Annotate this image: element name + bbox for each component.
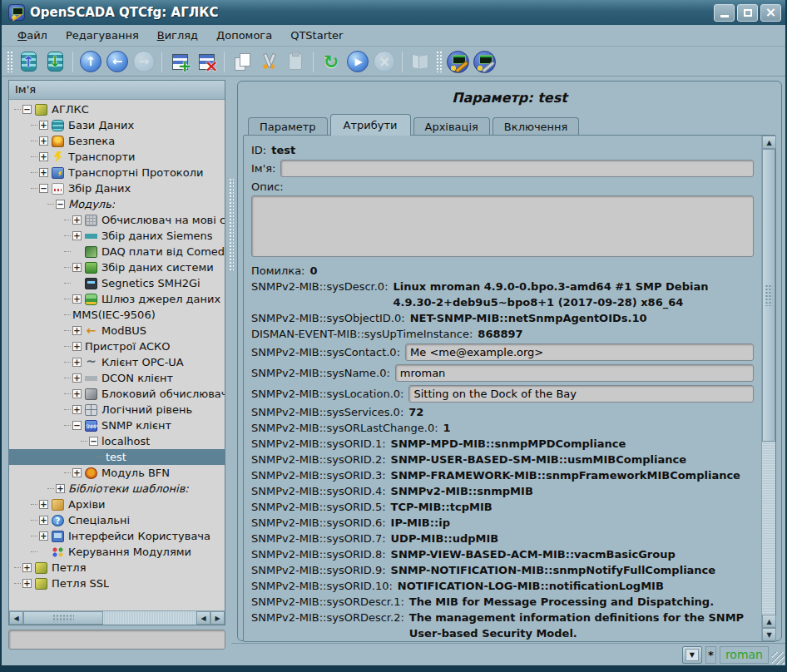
start-button[interactable] [344,49,371,75]
scrollbar-trough[interactable] [103,611,196,625]
tree-item-javalikecalc[interactable]: +Обчислювач на мові сх [9,212,225,228]
tree-item-transports[interactable]: +Транспорти [9,149,225,165]
tree-item-mms[interactable]: +Шлюз джерел даних [9,291,225,307]
scroll-up-button-2[interactable]: ▲ [762,615,776,628]
scroll-right-button[interactable]: ▶ [210,611,225,625]
expand-icon[interactable]: + [72,389,82,398]
content-vertical-scrollbar[interactable]: ▲ ▲ ▼ [761,136,775,641]
expand-icon[interactable]: + [39,531,48,541]
tree-filter-input[interactable] [8,630,225,650]
tree-header[interactable]: Ім'я [9,81,225,100]
tab-archiving[interactable]: Архівація [413,117,490,136]
menu-item-edit[interactable]: Редагування [57,27,148,44]
expand-icon[interactable]: + [39,121,48,130]
current-user-badge[interactable]: roman [720,646,769,664]
tree-item-bfn[interactable]: +Модуль BFN [9,465,225,481]
tab-enable[interactable]: Включення [492,117,580,136]
tree-item-snmp[interactable]: −SNMP клієнт [9,418,225,433]
collapse-icon[interactable]: − [22,105,32,114]
tree-item-module-group[interactable]: −Модуль: [9,196,225,212]
tree-item-special[interactable]: +Спеціальні [9,512,225,528]
attr-input[interactable] [405,343,754,361]
tree-item-security[interactable]: +Безпека [9,133,225,149]
close-button[interactable]: × [760,4,781,22]
expand-icon[interactable]: + [72,373,82,383]
qtstarter-config-button[interactable] [471,49,497,75]
toolbar-handle[interactable] [436,51,442,72]
tree-item-mms-cont[interactable]: MMS(IEC-9506) [9,307,225,323]
scroll-down-button[interactable]: ▼ [762,628,776,641]
collapse-icon[interactable]: − [39,184,48,193]
load-button[interactable] [15,49,42,75]
expand-icon[interactable]: + [39,168,48,177]
tree-item-test[interactable]: test [9,449,225,465]
scroll-left-button[interactable]: ◀ [9,611,23,625]
delete-item-button[interactable] [193,49,220,75]
tree-item-siemens[interactable]: +Збір даних Siemens [9,228,225,244]
menu-item-file[interactable]: Файл [8,27,57,44]
up-button[interactable] [77,49,104,75]
menu-item-help[interactable]: Допомога [207,27,281,44]
scrollbar-thumb[interactable] [762,149,775,442]
expand-icon[interactable]: + [39,516,48,525]
expand-icon[interactable]: + [72,231,82,240]
tree-item-aglks[interactable]: −АГЛКС [9,101,225,117]
save-button[interactable] [42,49,68,75]
collapse-icon[interactable]: − [72,421,82,430]
collapse-icon[interactable]: − [89,437,98,446]
expand-icon[interactable]: + [22,563,32,572]
expand-icon[interactable]: + [72,326,82,335]
expand-icon[interactable]: + [72,215,82,225]
tree-item-ui[interactable]: +Інтерфейси Користувача [9,528,225,544]
tree-item-tmplibs[interactable]: +Бібліотеки шаблонів: [9,481,225,497]
description-textarea[interactable] [251,195,754,257]
expand-icon[interactable]: + [56,484,65,493]
tree-horizontal-scrollbar[interactable]: ◀ ◀ ▶ [9,610,225,625]
tree-item-blockcalc[interactable]: +Блоковий обчислювач [9,386,225,402]
add-item-button[interactable] [166,49,193,75]
tree-item-localhost[interactable]: −localhost [9,433,225,449]
back-button[interactable] [104,49,131,75]
expand-icon[interactable]: + [72,263,82,272]
tree-item-asko[interactable]: +Пристрої АСКО [9,338,225,354]
maximize-button[interactable] [737,4,758,22]
copy-button[interactable] [229,49,255,75]
refresh-button[interactable] [318,49,344,75]
name-input[interactable] [280,160,754,177]
tree-item-loop[interactable]: +Петля [9,560,225,576]
expand-icon[interactable]: + [72,358,82,367]
tree-item-smh2gi[interactable]: Segnetics SMH2Gi [9,275,225,291]
qtstarter-openscada-button[interactable] [444,49,471,75]
menu-item-qtstarter[interactable]: QTStarter [281,27,352,44]
minimize-button[interactable] [714,4,735,22]
collapse-icon[interactable]: − [56,200,65,209]
tree-item-dcon[interactable]: +DCON клієнт [9,370,225,386]
expand-icon[interactable]: + [39,500,48,509]
tree-item-opcua[interactable]: +Клієнт OPC-UA [9,354,225,370]
user-dropdown-button[interactable]: ▼ [682,646,702,664]
attr-input[interactable] [408,385,754,403]
expand-icon[interactable]: + [39,136,48,146]
tree-item-databases[interactable]: +Бази Даних [9,117,225,133]
expand-icon[interactable]: + [22,579,32,588]
cut-button[interactable] [255,49,282,75]
expand-icon[interactable]: + [72,342,82,351]
expand-icon[interactable]: + [72,405,82,414]
resize-grip-icon[interactable] [772,652,785,665]
tree-item-modbus[interactable]: +ModBUS [9,323,225,338]
panel-splitter[interactable] [226,80,236,645]
scrollbar-thumb[interactable] [23,611,103,625]
scroll-left-button-2[interactable]: ◀ [196,611,210,625]
tree-item-archives[interactable]: +Архіви [9,497,225,512]
scroll-up-button[interactable]: ▲ [762,136,776,149]
expand-icon[interactable]: + [72,468,82,477]
tree-item-logiclev[interactable]: +Логічний рівень [9,402,225,418]
expand-icon[interactable]: + [39,152,48,161]
tab-parameter[interactable]: Параметр [248,117,328,136]
tree-item-comedi[interactable]: DAQ плати від Comedi [9,244,225,259]
attr-input[interactable] [395,364,754,382]
tree-item-modsched[interactable]: Керування Модулями [9,544,225,560]
tree-item-protocols[interactable]: +Транспортні Протоколи [9,165,225,180]
expand-icon[interactable]: + [72,294,82,304]
menu-item-view[interactable]: Вигляд [148,27,207,44]
